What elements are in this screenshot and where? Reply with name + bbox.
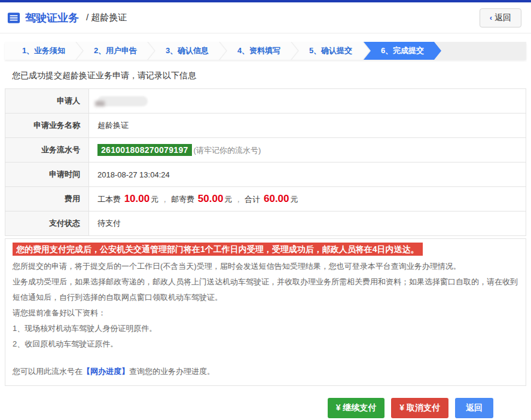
wizard-steps: 1、业务须知 2、用户申告 3、确认信息 4、资料填写 5、确认提交 6、完成提… [5, 42, 526, 60]
table-row-fee: 费用 工本费 10.00元，邮寄费 50.00元，合计 60.00元 [5, 187, 526, 211]
fee-separator-1: ， [161, 195, 169, 204]
fee-unit-2: 元 [224, 195, 232, 204]
progress-suffix: 查询您的业务办理进度。 [129, 367, 215, 376]
step-3-confirm-info: 3、确认信息 [148, 42, 226, 60]
redacted-name [97, 96, 148, 106]
table-row-time: 申请时间 2018-08-27 13:04:24 [5, 163, 526, 187]
fee-separator-2: ， [234, 195, 242, 204]
application-info-table: 申请人 申请业务名称 超龄换证 业务流水号 261001808270079197… [5, 88, 526, 236]
notice-paragraph-2: 业务成功受理后，如果选择邮政寄递的，邮政人员将上门送达机动车驾驶证，并收取办理业… [13, 274, 518, 305]
notice-paragraph-3: 请您提前准备好以下资料： [13, 305, 518, 321]
fee-part1-label: 工本费 [97, 195, 121, 204]
notice-paragraph-1: 您所提交的申请，将于提交后的一个工作日(不含当天)受理，届时会发送短信告知受理结… [13, 259, 518, 274]
table-row-serial: 业务流水号 261001808270079197(请牢记你的流水号) [5, 138, 526, 163]
notice-panel: 您的费用支付完成后，公安机关交通管理部门将在1个工作日内受理，受理成功后，邮政人… [5, 238, 526, 386]
service-value: 超龄换证 [89, 114, 526, 138]
time-label: 申请时间 [5, 163, 89, 187]
serial-note: (请牢记你的流水号) [194, 146, 261, 155]
page-header: 驾驶证业务 / 超龄换证 ‹ 返回 [0, 2, 531, 33]
progress-prefix: 您可以用此流水号在 [13, 367, 83, 376]
serial-number-badge: 261001808270079197 [97, 144, 192, 156]
back-button-bottom[interactable]: 返回 [455, 398, 493, 418]
step-2-declaration: 2、用户申告 [77, 42, 154, 60]
breadcrumb: 驾驶证业务 / 超龄换证 [7, 11, 127, 25]
step-6-complete: 6、完成提交 [364, 42, 441, 60]
fee-unit-3: 元 [291, 195, 298, 204]
step-5-confirm-submit: 5、确认提交 [292, 42, 370, 60]
notice-paragraph-5: 2、收回原机动车驾驶证原件。 [13, 336, 518, 352]
progress-link[interactable]: 【网办进度】 [83, 367, 129, 376]
fee-total-label: 合计 [245, 195, 260, 204]
serial-value-cell: 261001808270079197(请牢记你的流水号) [89, 138, 526, 163]
list-icon [7, 11, 20, 24]
pay-status-value: 待支付 [89, 211, 526, 236]
success-message: 您已成功提交超龄换证业务申请，请记录以下信息 [12, 70, 524, 81]
back-button-top-label: 返回 [495, 13, 511, 23]
back-button-top[interactable]: ‹ 返回 [480, 8, 521, 27]
service-label: 申请业务名称 [5, 114, 89, 138]
pay-status-label: 支付状态 [5, 211, 89, 236]
table-row-service: 申请业务名称 超龄换证 [5, 114, 526, 138]
page-subtitle: / 超龄换证 [86, 12, 127, 23]
step-4-fill-data: 4、资料填写 [220, 42, 298, 60]
fee-part2-label: 邮寄费 [171, 195, 194, 204]
time-value: 2018-08-27 13:04:24 [89, 163, 526, 187]
fee-part1-amount: 10.00 [124, 193, 150, 204]
step-1-notice: 1、业务须知 [5, 42, 83, 60]
notice-paragraph-4: 1、现场核对机动车驾驶人身份证明原件。 [13, 321, 518, 336]
chevron-left-icon: ‹ [490, 13, 492, 22]
progress-query-line: 您可以用此流水号在【网办进度】查询您的业务办理进度。 [13, 364, 518, 379]
fee-value-cell: 工本费 10.00元，邮寄费 50.00元，合计 60.00元 [89, 187, 526, 211]
continue-payment-button[interactable]: ¥ 继续支付 [328, 398, 385, 418]
fee-total-amount: 60.00 [264, 193, 289, 204]
table-row-applicant: 申请人 [5, 89, 526, 114]
serial-label: 业务流水号 [5, 138, 89, 163]
fee-unit-1: 元 [151, 195, 158, 204]
applicant-value [89, 89, 526, 114]
delivery-warning-banner: 您的费用支付完成后，公安机关交通管理部门将在1个工作日内受理，受理成功后，邮政人… [13, 243, 423, 256]
page-title: 驾驶证业务 [25, 11, 79, 25]
action-button-row: ¥ 继续支付 ¥ 取消支付 返回 [0, 398, 493, 418]
fee-part2-amount: 50.00 [198, 193, 224, 204]
fee-label: 费用 [5, 187, 89, 211]
applicant-label: 申请人 [5, 89, 89, 114]
table-row-pay-status: 支付状态 待支付 [5, 211, 526, 236]
cancel-payment-button[interactable]: ¥ 取消支付 [391, 398, 448, 418]
